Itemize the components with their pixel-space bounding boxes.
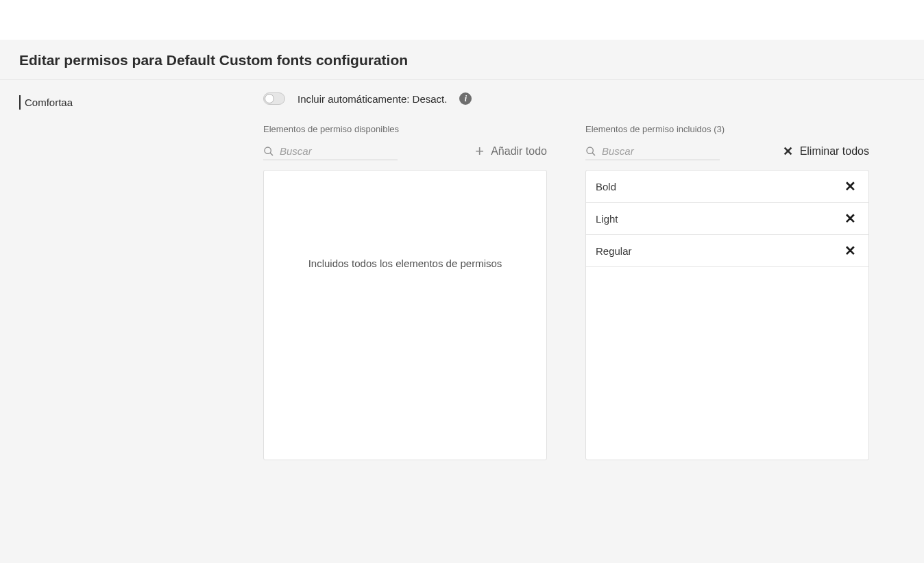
available-search-input[interactable] xyxy=(280,145,398,157)
included-toolbar: ✕ Eliminar todos xyxy=(585,142,869,160)
search-icon xyxy=(263,146,274,157)
list-item[interactable]: Bold ✕ xyxy=(586,171,868,203)
svg-point-2 xyxy=(587,147,593,153)
included-search-wrap xyxy=(585,142,720,160)
included-panel: Bold ✕ Light ✕ Regular ✕ xyxy=(585,170,869,460)
list-item-label: Bold xyxy=(596,181,616,192)
svg-line-1 xyxy=(270,153,273,155)
sidebar: Comfortaa xyxy=(0,92,263,460)
page-title: Editar permisos para Default Custom font… xyxy=(0,40,924,79)
sidebar-item-comfortaa[interactable]: Comfortaa xyxy=(19,92,263,112)
available-header: Elementos de permiso disponibles xyxy=(263,124,547,134)
included-search-input[interactable] xyxy=(602,145,720,157)
toggle-knob xyxy=(265,94,274,103)
columns: Elementos de permiso disponibles + Añadi… xyxy=(263,124,897,460)
remove-all-button[interactable]: ✕ Eliminar todos xyxy=(783,145,869,158)
included-header: Elementos de permiso incluidos (3) xyxy=(585,124,869,134)
remove-item-button[interactable]: ✕ xyxy=(842,179,859,193)
info-icon[interactable]: i xyxy=(459,92,472,105)
svg-line-3 xyxy=(592,153,595,155)
auto-include-row: Incluir automáticamente: Desact. i xyxy=(263,92,897,105)
list-item-label: Regular xyxy=(596,245,632,257)
svg-point-0 xyxy=(265,147,271,153)
body-wrap: Comfortaa Incluir automáticamente: Desac… xyxy=(0,80,924,460)
available-column: Elementos de permiso disponibles + Añadi… xyxy=(263,124,547,460)
available-toolbar: + Añadir todo xyxy=(263,142,547,160)
list-item[interactable]: Light ✕ xyxy=(586,203,868,235)
remove-item-button[interactable]: ✕ xyxy=(842,244,859,258)
included-column: Elementos de permiso incluidos (3) ✕ Eli… xyxy=(585,124,869,460)
main-panel: Incluir automáticamente: Desact. i Eleme… xyxy=(263,92,924,460)
sidebar-item-label: Comfortaa xyxy=(25,97,73,108)
list-item-label: Light xyxy=(596,213,618,225)
available-empty-message: Incluidos todos los elementos de permiso… xyxy=(264,171,546,460)
add-all-label: Añadir todo xyxy=(491,145,547,158)
remove-all-label: Eliminar todos xyxy=(800,145,869,158)
add-all-button[interactable]: + Añadir todo xyxy=(475,144,547,159)
list-item[interactable]: Regular ✕ xyxy=(586,235,868,267)
main-container: Editar permisos para Default Custom font… xyxy=(0,40,924,460)
close-icon: ✕ xyxy=(783,145,793,158)
top-spacer xyxy=(0,0,924,40)
search-icon xyxy=(585,146,596,157)
auto-include-toggle[interactable] xyxy=(263,92,285,105)
plus-icon: + xyxy=(475,144,484,159)
remove-item-button[interactable]: ✕ xyxy=(842,212,859,225)
auto-include-label: Incluir automáticamente: Desact. xyxy=(297,93,447,105)
available-panel: Incluidos todos los elementos de permiso… xyxy=(263,170,547,460)
available-search-wrap xyxy=(263,142,398,160)
